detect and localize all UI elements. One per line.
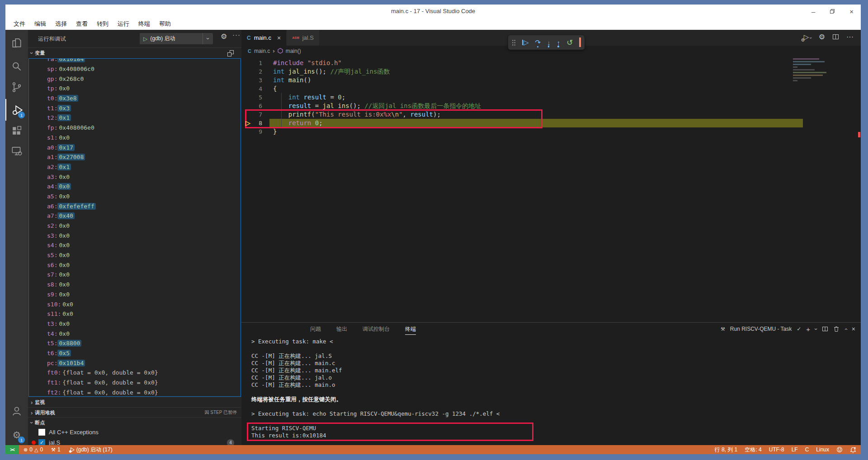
breakpoint-row[interactable]: ✓ jal.S 4 xyxy=(28,437,241,445)
register-row[interactable]: s11: 0x0 xyxy=(29,309,241,319)
debug-settings-gear-icon[interactable]: ⚙ xyxy=(221,32,227,41)
stop-button[interactable] xyxy=(579,38,581,47)
register-row[interactable]: a0: 0x17 xyxy=(29,142,241,152)
maximize-button[interactable] xyxy=(830,9,835,14)
register-row[interactable]: fp: 0x408006e0 xyxy=(29,123,241,133)
register-row[interactable]: s6: 0x0 xyxy=(29,260,241,270)
new-terminal-button[interactable]: + xyxy=(806,325,810,333)
register-row[interactable]: gp: 0x268c0 xyxy=(29,74,241,84)
menu-item[interactable]: 查看 xyxy=(71,20,92,28)
extensions-icon[interactable] xyxy=(5,120,28,141)
register-row[interactable]: t1: 0x3 xyxy=(29,103,241,113)
collapse-all-icon[interactable] xyxy=(227,50,234,57)
remote-indicator[interactable]: >< xyxy=(5,445,19,454)
account-icon[interactable] xyxy=(5,400,28,422)
tab-main-c[interactable]: C main.c × xyxy=(241,30,287,46)
register-row[interactable]: s5: 0x0 xyxy=(29,250,241,260)
start-debug-icon[interactable]: ▷ xyxy=(143,36,147,42)
variables-tree[interactable]: ra: 0x10184sp: 0x408006c0gp: 0x268c0tp: … xyxy=(28,58,241,397)
checkbox-unchecked[interactable] xyxy=(38,429,45,436)
register-row[interactable]: tp: 0x0 xyxy=(29,84,241,94)
step-out-button[interactable]: ↑ xyxy=(557,39,561,47)
register-row[interactable]: s8: 0x0 xyxy=(29,280,241,290)
continue-button[interactable]: ▷ xyxy=(522,38,529,47)
step-into-button[interactable]: ↓ xyxy=(547,39,551,47)
breakpoints-section-header[interactable]: › 断点 xyxy=(28,417,241,427)
menu-item[interactable]: 运行 xyxy=(113,20,134,28)
run-and-debug-icon[interactable]: 1 xyxy=(5,99,28,121)
panel-tab[interactable]: 终端 xyxy=(405,324,416,335)
register-row[interactable]: s1: 0x0 xyxy=(29,133,241,143)
register-row[interactable]: a1: 0x27008 xyxy=(29,152,241,162)
register-row[interactable]: a6: 0xfefefeff xyxy=(29,201,241,211)
register-row[interactable]: a4: 0x0 xyxy=(29,182,241,192)
close-tab-icon[interactable]: × xyxy=(277,34,281,42)
close-button[interactable]: × xyxy=(849,8,854,15)
eol[interactable]: LF xyxy=(792,446,798,453)
register-row[interactable]: a5: 0x0 xyxy=(29,192,241,202)
restart-button[interactable]: ↺ xyxy=(566,38,573,47)
code-line[interactable]: 4{ xyxy=(241,84,861,93)
panel-tab[interactable]: 调试控制台 xyxy=(363,324,390,335)
run-or-debug-button[interactable]: ▷⚙› xyxy=(804,33,811,41)
register-row[interactable]: ft1: {float = 0x0, double = 0x0} xyxy=(29,378,241,388)
menu-item[interactable]: 转到 xyxy=(92,20,113,28)
register-row[interactable]: ra: 0x10184 xyxy=(29,58,241,64)
terminal-task-label[interactable]: Run RISCV-QEMU - Task xyxy=(730,326,792,332)
encoding[interactable]: UTF-8 xyxy=(769,446,784,453)
watch-section-header[interactable]: › 监视 xyxy=(28,397,241,408)
remote-explorer-icon[interactable] xyxy=(5,140,28,162)
close-panel-icon[interactable]: × xyxy=(852,325,855,333)
editor-more-icon[interactable]: ··· xyxy=(846,33,854,41)
register-row[interactable]: s2: 0x0 xyxy=(29,221,241,231)
variables-section-header[interactable]: › 变量 xyxy=(28,47,241,58)
register-row[interactable]: t3: 0x0 xyxy=(29,319,241,329)
notifications-bell-icon[interactable] xyxy=(850,446,856,453)
feedback-smiley-icon[interactable] xyxy=(836,446,843,453)
register-row[interactable]: s10: 0x0 xyxy=(29,299,241,309)
register-row[interactable]: t4: 0x0 xyxy=(29,329,241,338)
register-row[interactable]: ft0: {float = 0x0, double = 0x0} xyxy=(29,368,241,378)
register-row[interactable]: a3: 0x0 xyxy=(29,172,241,182)
code-line[interactable]: 2int jal_ins(); //声明jal_ins函数 xyxy=(241,67,861,76)
register-row[interactable]: s9: 0x0 xyxy=(29,290,241,300)
minimize-button[interactable]: – xyxy=(811,8,815,15)
kill-terminal-icon[interactable] xyxy=(833,326,840,332)
register-row[interactable]: a2: 0x1 xyxy=(29,162,241,172)
register-row[interactable]: t5: 0x8800 xyxy=(29,338,241,348)
drag-handle-icon[interactable] xyxy=(512,39,516,46)
problems-status[interactable]: ⊗ 0 △ 0 xyxy=(24,446,43,453)
menu-item[interactable]: 终端 xyxy=(134,20,155,28)
split-terminal-icon[interactable] xyxy=(822,326,828,332)
menu-item[interactable]: 编辑 xyxy=(30,20,51,28)
register-row[interactable]: s4: 0x0 xyxy=(29,240,241,250)
menu-item[interactable]: 选择 xyxy=(51,20,71,28)
language-mode[interactable]: C xyxy=(805,446,809,453)
step-over-button[interactable]: ↷ xyxy=(535,38,541,47)
panel-tab[interactable]: 输出 xyxy=(336,324,347,335)
code-line[interactable]: 1#include "stdio.h" xyxy=(241,59,861,67)
settings-gear-icon[interactable]: ⚙ 1 xyxy=(5,424,28,446)
checkbox-checked[interactable]: ✓ xyxy=(38,439,45,445)
maximize-panel-icon[interactable]: › xyxy=(843,328,849,330)
code-line[interactable]: 5 int result = 0; xyxy=(241,93,861,102)
launch-config-dropdown[interactable]: ▷ (gdb) 启动 › xyxy=(140,33,213,44)
callstack-section-header[interactable]: › 调用堆栈 因 STEP 已暂停 xyxy=(28,407,241,418)
panel-tab[interactable]: 问题 xyxy=(310,324,321,335)
menu-item[interactable]: 帮助 xyxy=(155,20,175,28)
os-indicator[interactable]: Linux xyxy=(816,446,829,453)
sidebar-more-icon[interactable]: ··· xyxy=(232,31,241,38)
register-row[interactable]: t0: 0x3e8 xyxy=(29,94,241,103)
chevron-down-icon[interactable]: › xyxy=(205,38,211,39)
split-editor-icon[interactable] xyxy=(832,33,839,40)
register-row[interactable]: pc: 0x101b4 xyxy=(29,358,241,368)
breakpoint-row[interactable]: All C++ Exceptions xyxy=(28,427,241,437)
register-row[interactable]: s3: 0x0 xyxy=(29,230,241,240)
register-row[interactable]: sp: 0x408006c0 xyxy=(29,64,241,74)
register-row[interactable]: s7: 0x0 xyxy=(29,270,241,280)
code-line[interactable]: 9} xyxy=(241,127,861,136)
register-row[interactable]: t2: 0x1 xyxy=(29,113,241,123)
tab-jal-s[interactable]: ASM jal.S xyxy=(287,30,320,46)
indentation[interactable]: 空格: 4 xyxy=(745,446,761,454)
debug-session-status[interactable]: (gdb) 启动 (17) xyxy=(69,446,113,454)
